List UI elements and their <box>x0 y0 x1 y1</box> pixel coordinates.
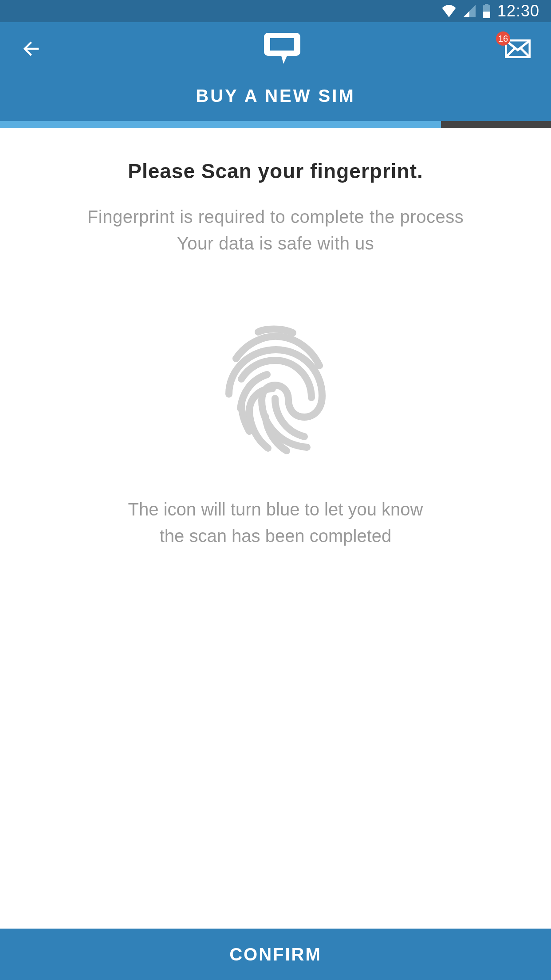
content-area: Please Scan your fingerprint. Fingerprin… <box>0 128 551 549</box>
fingerprint-icon <box>216 323 335 456</box>
svg-rect-2 <box>483 12 490 18</box>
fingerprint-scan-area[interactable] <box>22 323 529 456</box>
content-title: Please Scan your fingerprint. <box>22 159 529 183</box>
back-arrow-icon <box>20 37 43 60</box>
status-bar: 12:30 <box>0 0 551 22</box>
notifications-badge: 16 <box>496 31 510 46</box>
app-logo-icon <box>262 32 302 66</box>
svg-rect-0 <box>485 4 488 5</box>
confirm-button[interactable]: CONFIRM <box>0 929 551 980</box>
page-title: BUY A NEW SIM <box>0 75 551 121</box>
back-button[interactable] <box>18 35 44 62</box>
notifications-button[interactable]: 16 <box>502 38 533 60</box>
status-time: 12:30 <box>497 2 539 20</box>
progress-bar <box>0 121 551 128</box>
content-subtitle: Fingerprint is required to complete the … <box>22 203 529 257</box>
content-hint: The icon will turn blue to let you know … <box>22 496 529 549</box>
cellular-signal-icon <box>463 5 476 17</box>
battery-icon <box>482 4 491 18</box>
wifi-icon <box>441 5 457 17</box>
progress-fill <box>0 121 441 128</box>
app-header: 16 BUY A NEW SIM <box>0 22 551 121</box>
